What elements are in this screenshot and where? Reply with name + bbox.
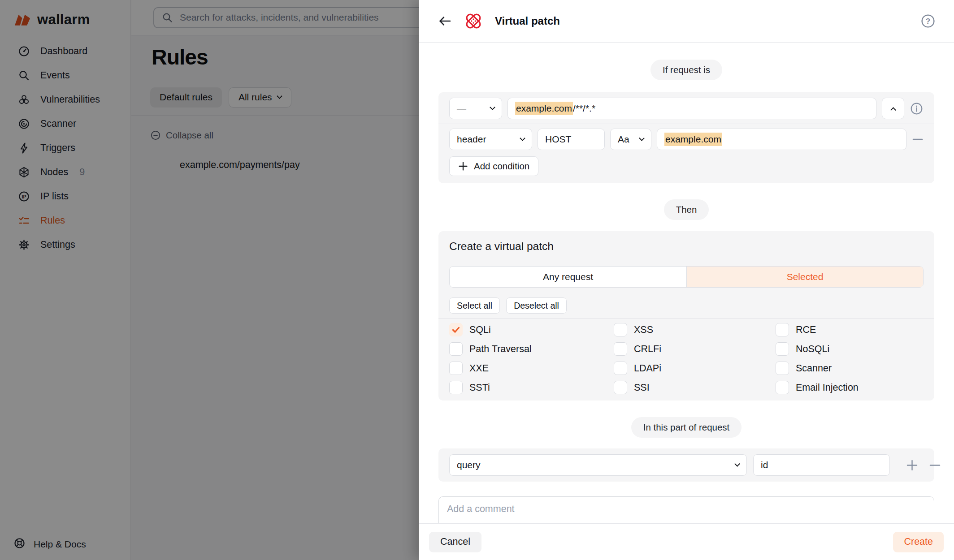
virtual-patch-panel: Virtual patch ? If request is — example.… <box>419 0 954 560</box>
select-all-button[interactable]: Select all <box>449 297 500 314</box>
svg-text:?: ? <box>926 17 930 26</box>
checkbox-ldapi[interactable]: LDAPi <box>614 362 776 375</box>
checkbox-icon[interactable] <box>614 362 627 375</box>
condition-info-button[interactable] <box>910 102 924 116</box>
checkbox-label: XSS <box>634 324 653 336</box>
uri-rest-part: /**/*.* <box>573 103 595 114</box>
comment-input[interactable] <box>447 504 926 515</box>
checkbox-label: Email Injection <box>796 382 859 393</box>
patch-card-divider <box>438 318 934 319</box>
checkbox-ssi[interactable]: SSI <box>614 381 776 394</box>
checkbox-icon[interactable] <box>449 342 463 356</box>
checkbox-email-injection[interactable]: Email Injection <box>776 381 924 394</box>
uri-operator-value: — <box>457 103 466 114</box>
checkbox-xss[interactable]: XSS <box>614 323 776 336</box>
checkbox-sqli[interactable]: SQLi <box>449 323 614 336</box>
help-button[interactable]: ? <box>920 13 936 29</box>
attack-type-grid: SQLi XSS RCE Path Traversal CRLFi <box>449 323 924 394</box>
create-patch-heading: Create a virtual patch <box>449 240 924 253</box>
checkbox-label: SSTi <box>469 382 490 393</box>
condition-row-divider <box>438 124 934 124</box>
chevron-down-icon <box>639 135 645 141</box>
header-name-input[interactable] <box>538 129 605 150</box>
checkbox-label: CRLFi <box>634 344 661 355</box>
remove-condition-button[interactable] <box>912 134 924 145</box>
uri-operator-select[interactable]: — <box>449 98 502 119</box>
case-sensitivity-select[interactable]: Aa <box>610 129 651 150</box>
request-scope-toggle: Any request Selected <box>449 266 924 288</box>
checkbox-label: LDAPi <box>634 363 661 374</box>
checkbox-path-traversal[interactable]: Path Traversal <box>449 342 614 356</box>
checkbox-icon[interactable] <box>449 362 463 375</box>
remove-point-button[interactable] <box>929 459 941 471</box>
condition-type-value: header <box>457 134 486 145</box>
checkbox-icon[interactable] <box>449 381 463 394</box>
toggle-any-request[interactable]: Any request <box>450 267 686 287</box>
case-sensitivity-value: Aa <box>618 134 629 145</box>
virtual-patch-icon <box>463 11 484 31</box>
checkbox-nosqli[interactable]: NoSQLi <box>776 342 924 356</box>
in-this-part-pill: In this part of request <box>631 417 742 438</box>
checkbox-label: SSI <box>634 382 650 393</box>
back-arrow-icon <box>438 14 452 28</box>
condition-type-select[interactable]: header <box>449 129 532 150</box>
checkbox-icon[interactable] <box>614 381 627 394</box>
panel-footer: Cancel Create <box>419 523 954 560</box>
add-condition-button[interactable]: Add condition <box>449 156 538 176</box>
checkbox-icon[interactable] <box>776 381 789 394</box>
if-request-is-pill: If request is <box>650 60 722 80</box>
checkbox-label: RCE <box>796 324 816 336</box>
then-pill: Then <box>664 199 709 220</box>
checkbox-checked-icon[interactable] <box>449 323 463 336</box>
panel-title: Virtual patch <box>495 15 560 27</box>
checkbox-icon[interactable] <box>614 323 627 336</box>
checkbox-label: Scanner <box>796 363 832 374</box>
create-button[interactable]: Create <box>893 532 944 552</box>
minus-icon <box>929 459 941 471</box>
checkbox-icon[interactable] <box>776 342 789 356</box>
modal-dim-overlay[interactable] <box>0 0 419 560</box>
request-part-value: query <box>457 460 481 470</box>
plus-icon <box>458 161 468 171</box>
question-circle-icon: ? <box>920 13 936 29</box>
uri-pattern-input[interactable]: example.com/**/*.* <box>507 98 876 119</box>
uri-highlighted-part: example.com <box>515 102 573 115</box>
info-icon <box>910 102 924 116</box>
request-condition-card: — example.com/**/*.* <box>438 92 934 183</box>
checkbox-label: SQLi <box>469 324 491 336</box>
add-condition-label: Add condition <box>474 161 529 172</box>
checkbox-label: XXE <box>469 363 489 374</box>
checkbox-crlfi[interactable]: CRLFi <box>614 342 776 356</box>
collapse-condition-button[interactable] <box>882 98 904 119</box>
plus-icon <box>906 459 918 471</box>
request-part-select[interactable]: query <box>449 454 747 476</box>
checkbox-icon[interactable] <box>614 342 627 356</box>
chevron-down-icon <box>490 104 495 110</box>
panel-header: Virtual patch ? <box>419 0 954 43</box>
checkbox-rce[interactable]: RCE <box>776 323 924 336</box>
cancel-button[interactable]: Cancel <box>429 532 481 552</box>
checkbox-scanner[interactable]: Scanner <box>776 362 924 375</box>
checkbox-icon[interactable] <box>776 323 789 336</box>
parameter-name-input[interactable] <box>753 454 890 476</box>
chevron-down-icon <box>734 461 740 467</box>
header-value-input[interactable]: example.com <box>657 129 906 150</box>
checkbox-icon[interactable] <box>776 362 789 375</box>
comment-field[interactable] <box>438 496 934 523</box>
checkbox-xxe[interactable]: XXE <box>449 362 614 375</box>
panel-body: If request is — example.com/**/*.* <box>419 43 954 523</box>
toggle-selected[interactable]: Selected <box>686 267 923 287</box>
checkbox-ssti[interactable]: SSTi <box>449 381 614 394</box>
header-value-highlighted: example.com <box>664 133 722 146</box>
back-button[interactable] <box>438 14 452 28</box>
chevron-down-icon <box>520 135 525 141</box>
minus-icon <box>912 134 924 145</box>
request-point-card: query <box>438 448 934 482</box>
deselect-all-button[interactable]: Deselect all <box>506 297 567 314</box>
checkbox-label: NoSQLi <box>796 344 829 355</box>
chevron-up-icon <box>890 107 896 113</box>
create-patch-card: Create a virtual patch Any request Selec… <box>438 231 934 401</box>
add-point-button[interactable] <box>906 459 918 471</box>
checkbox-label: Path Traversal <box>469 344 532 355</box>
